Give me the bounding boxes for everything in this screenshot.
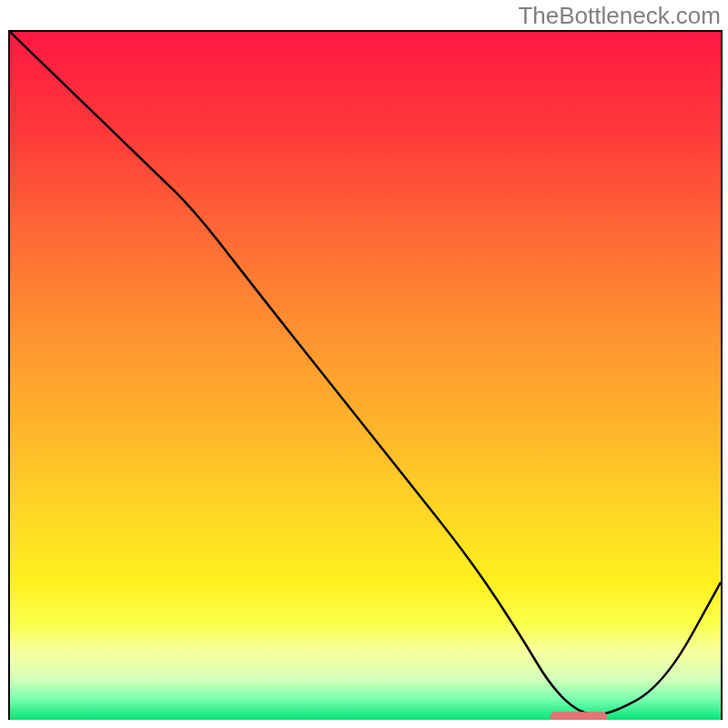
watermark-text: TheBottleneck.com — [518, 2, 721, 30]
chart-svg — [10, 32, 721, 720]
flat-segment-marker — [551, 712, 607, 720]
chart-area — [8, 30, 723, 720]
